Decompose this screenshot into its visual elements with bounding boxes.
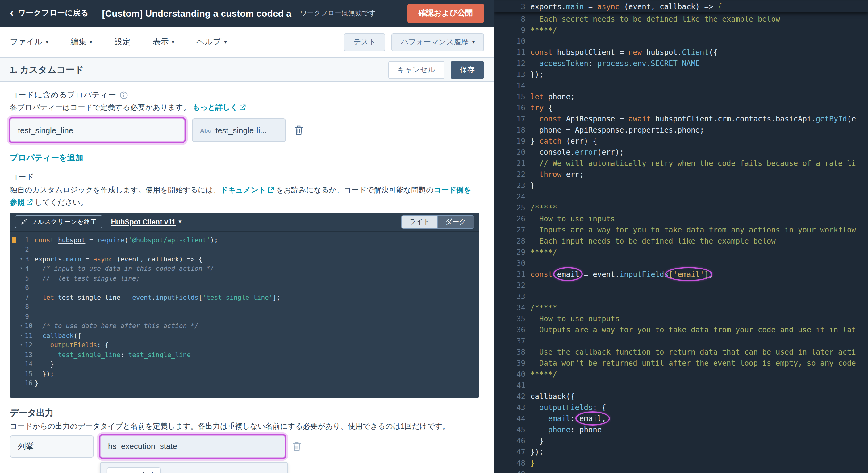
review-and-publish-button[interactable]: 確認および公開 xyxy=(407,4,484,23)
line-content[interactable]: } catch (err) { xyxy=(525,136,597,147)
editor-code-line[interactable]: ▾10 /* to use data here after this actio… xyxy=(10,321,479,331)
fullscreen-code-line[interactable]: 42callback({ xyxy=(494,391,868,402)
fullscreen-code-line[interactable]: 31const email = event.inputFields['email… xyxy=(494,269,868,280)
fullscreen-code-line[interactable]: 48} xyxy=(494,458,868,469)
line-content[interactable]: const hubspotClient = new hubspot.Client… xyxy=(525,47,718,58)
fullscreen-code-line[interactable]: 10 xyxy=(494,36,868,47)
fullscreen-code-line[interactable]: 35 How to use outputs xyxy=(494,313,868,325)
line-content[interactable]: } xyxy=(525,458,535,469)
line-content[interactable]: accessToken: process.env.SECRET_NAME xyxy=(525,58,700,69)
fullscreen-code-line[interactable]: 22 throw err; xyxy=(494,169,868,180)
fullscreen-code-line[interactable]: 26 How to use inputs xyxy=(494,213,868,225)
fullscreen-code-line[interactable]: 34/***** xyxy=(494,302,868,313)
exit-fullscreen-button[interactable]: フルスクリーンを終了 xyxy=(15,215,102,228)
line-content[interactable]: console.error(err); xyxy=(525,147,624,158)
line-content[interactable]: Inputs are a way for you to take data fr… xyxy=(525,225,856,236)
fold-caret-icon[interactable]: ▾ xyxy=(18,321,25,331)
documentation-link[interactable]: ドキュメント xyxy=(220,185,274,194)
line-content[interactable]: let phone; xyxy=(525,91,575,102)
menu-edit[interactable]: 編集 ▾ xyxy=(70,36,92,47)
property-name-input[interactable]: test_single_line xyxy=(10,119,185,142)
fullscreen-code-line[interactable]: 32 xyxy=(494,280,868,291)
fullscreen-code-line[interactable]: 41 xyxy=(494,380,868,391)
editor-code-line[interactable]: 15 }); xyxy=(10,369,479,379)
fullscreen-code-line[interactable]: 40*****/ xyxy=(494,369,868,380)
line-content[interactable]: Each input needs to be defined like the … xyxy=(525,236,776,247)
line-content[interactable]: outputFields: { xyxy=(525,402,606,413)
fullscreen-code-content[interactable]: 3exports.main = async (event, callback) … xyxy=(494,1,868,473)
fullscreen-code-line[interactable]: 8 Each secret needs to be defined like t… xyxy=(494,13,868,25)
line-content[interactable] xyxy=(525,380,530,391)
fullscreen-code-line[interactable]: 16try { xyxy=(494,102,868,113)
line-content[interactable] xyxy=(525,80,530,91)
fullscreen-code-editor[interactable]: 3exports.main = async (event, callback) … xyxy=(494,0,868,473)
line-content[interactable]: Each secret needs to be defined like the… xyxy=(525,13,780,25)
line-content[interactable] xyxy=(525,336,530,346)
editor-code-line[interactable]: 16} xyxy=(10,379,479,388)
editor-code-line[interactable]: 5 // let test_single_line; xyxy=(10,273,479,283)
fullscreen-code-line[interactable]: 39 Data won't be returned until after th… xyxy=(494,358,868,369)
line-content[interactable]: email: email, xyxy=(525,413,606,424)
line-content[interactable]: *****/ xyxy=(525,25,557,36)
line-content[interactable]: try { xyxy=(525,102,553,113)
property-selector[interactable]: Abc test_single-li... xyxy=(192,119,286,142)
fullscreen-code-line[interactable]: 27 Inputs are a way for you to take data… xyxy=(494,225,868,236)
sticky-code-line[interactable]: 3exports.main = async (event, callback) … xyxy=(494,1,868,12)
editor-code-line[interactable]: ▾4 /* input to use data in this coded ac… xyxy=(10,264,479,273)
editor-code-line[interactable]: 6 xyxy=(10,283,479,293)
fullscreen-code-line[interactable]: 19} catch (err) { xyxy=(494,136,868,147)
line-content[interactable]: callback({ xyxy=(35,331,82,340)
editor-code-line[interactable]: 13 test_single_line: test_single_line xyxy=(10,350,479,360)
editor-code-line[interactable]: ▾12 outputFields: { xyxy=(10,340,479,350)
editor-code-line[interactable]: ▾3exports.main = async (event, callback)… xyxy=(10,255,479,264)
fullscreen-code-line[interactable]: 29*****/ xyxy=(494,247,868,258)
line-content[interactable]: throw err; xyxy=(525,169,584,180)
info-icon[interactable] xyxy=(120,91,128,99)
line-content[interactable]: callback({ xyxy=(525,391,575,402)
output-name-input[interactable]: hs_execution_state xyxy=(100,435,285,457)
line-content[interactable]: } xyxy=(525,435,544,446)
back-to-workflow-link[interactable]: ‹ ワークフローに戻る xyxy=(10,8,89,19)
menu-file[interactable]: ファイル ▾ xyxy=(10,36,48,47)
fullscreen-code-line[interactable]: 47}); xyxy=(494,446,868,458)
line-content[interactable]: /* to use data here after this action */ xyxy=(35,321,198,331)
line-content[interactable] xyxy=(525,291,530,302)
fullscreen-code-line[interactable]: 23} xyxy=(494,180,868,191)
fullscreen-code-line[interactable]: 44 email: email, xyxy=(494,413,868,424)
fold-caret-icon[interactable]: ▾ xyxy=(18,331,25,340)
line-content[interactable]: exports.main = async (event, callback) =… xyxy=(35,255,203,264)
fullscreen-code-line[interactable]: 14 xyxy=(494,80,868,91)
fullscreen-code-line[interactable]: 15let phone; xyxy=(494,91,868,102)
line-content[interactable]: /***** xyxy=(525,202,557,213)
editor-code-line[interactable]: 7 let test_single_line = event.inputFiel… xyxy=(10,293,479,302)
delete-property-button[interactable] xyxy=(293,124,304,136)
line-content[interactable]: Use the callback function to return data… xyxy=(525,346,856,358)
line-content[interactable]: phone: phone xyxy=(525,424,601,435)
fullscreen-code-line[interactable]: 20 console.error(err); xyxy=(494,147,868,158)
fullscreen-code-line[interactable]: 49 xyxy=(494,469,868,473)
add-property-link[interactable]: プロパティーを追加 xyxy=(10,152,83,163)
line-content[interactable] xyxy=(525,280,530,291)
editor-code-line[interactable]: 1const hubspot = require('@hubspot/api-c… xyxy=(10,235,479,245)
fullscreen-code-line[interactable]: 45 phone: phone xyxy=(494,424,868,435)
line-content[interactable]: /* input to use data in this coded actio… xyxy=(35,264,214,273)
delete-output-button[interactable] xyxy=(291,440,303,452)
line-content[interactable]: // let test_single_line; xyxy=(35,273,140,283)
line-content[interactable]: phone = ApiResponse.properties.phone; xyxy=(525,125,704,136)
line-content[interactable]: test_single_line: test_single_line xyxy=(35,350,191,360)
fold-caret-icon[interactable]: ▾ xyxy=(18,340,25,350)
line-content[interactable] xyxy=(525,258,530,269)
fullscreen-code-line[interactable]: 21 // We will automatically retry when t… xyxy=(494,158,868,169)
line-content[interactable]: const hubspot = require('@hubspot/api-cl… xyxy=(35,235,218,245)
fullscreen-code-line[interactable]: 28 Each input needs to be defined like t… xyxy=(494,236,868,247)
fullscreen-code-line[interactable]: 37 xyxy=(494,336,868,346)
fullscreen-code-line[interactable]: 11const hubspotClient = new hubspot.Clie… xyxy=(494,47,868,58)
fold-caret-icon[interactable]: ▾ xyxy=(18,255,25,264)
line-content[interactable] xyxy=(525,469,530,473)
enum-option-succeeded[interactable]: Succeeded xyxy=(107,467,161,473)
fullscreen-code-line[interactable]: 43 outputFields: { xyxy=(494,402,868,413)
dark-theme-button[interactable]: ダーク xyxy=(437,215,474,229)
line-content[interactable]: } xyxy=(35,379,39,388)
line-content[interactable]: let test_single_line = event.inputFields… xyxy=(35,293,281,302)
line-content[interactable]: } xyxy=(35,360,54,369)
